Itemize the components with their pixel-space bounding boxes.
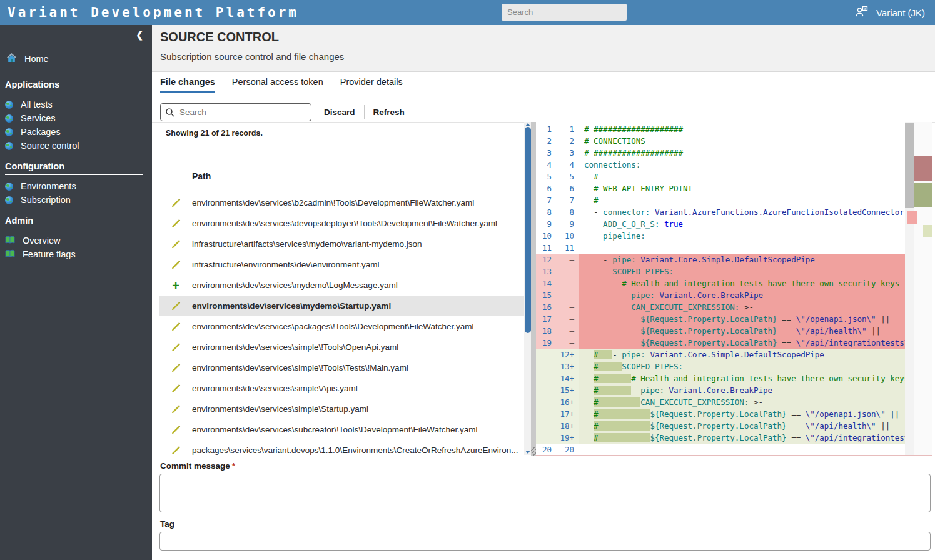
- panel-splitter[interactable]: [531, 122, 536, 456]
- sidebar-item-environments[interactable]: Environments: [0, 179, 152, 193]
- discard-button[interactable]: Discard: [318, 104, 361, 121]
- new-line-number: 12+: [556, 349, 579, 361]
- diff-line: 6 6 # WEB API ENTRY POINT: [536, 182, 914, 194]
- global-search-input[interactable]: [502, 4, 627, 21]
- tag-input[interactable]: [159, 532, 931, 551]
- commit-message-label: Commit message*: [160, 461, 235, 471]
- new-line-number: 18+: [556, 420, 579, 432]
- book-icon: [5, 249, 15, 260]
- tab-file-changes[interactable]: File changes: [160, 77, 215, 93]
- file-row[interactable]: environments\dev\services\devopsdeployer…: [159, 213, 524, 234]
- diff-scroll-thumb[interactable]: [905, 123, 914, 208]
- new-line-number: —: [556, 254, 579, 266]
- pencil-icon: [171, 384, 181, 393]
- sidebar-item-feature-flags[interactable]: Feature flags: [0, 248, 152, 261]
- file-row[interactable]: environments\dev\services\simple\Apis.ya…: [159, 378, 524, 399]
- file-row[interactable]: + environments\dev\services\mydemo\LogMe…: [159, 275, 524, 296]
- file-row[interactable]: environments\dev\services\mydemo\Startup…: [159, 296, 524, 316]
- sidebar-item-overview[interactable]: Overview: [0, 234, 152, 248]
- diff-line: 1 1 # ###################: [536, 123, 914, 135]
- diff-line-code: # ###################: [579, 123, 914, 135]
- tab-personal-access-token[interactable]: Personal access token: [232, 77, 323, 93]
- file-row[interactable]: environments\dev\services\subcreator\!To…: [159, 419, 524, 440]
- diff-line-code: # ${Request.Property.LocalPath} == \"/ap…: [579, 432, 914, 444]
- file-path: environments\dev\services\simple\Startup…: [192, 404, 368, 414]
- pencil-icon: [171, 260, 181, 269]
- diff-line: 13 — SCOPED_PIPES:: [536, 266, 914, 278]
- file-path: environments\dev\services\simple\Apis.ya…: [192, 384, 358, 393]
- diff-line: 20 20: [536, 444, 914, 456]
- diff-line-code: # SCOPED_PIPES:: [579, 361, 914, 372]
- scroll-down-arrow-icon[interactable]: [525, 451, 530, 454]
- old-line-number: 11: [536, 242, 556, 254]
- tab-provider-details[interactable]: Provider details: [340, 77, 403, 93]
- home-icon: [6, 52, 17, 64]
- file-list-scroll-thumb[interactable]: [525, 127, 531, 333]
- diff-line: 18+ # ${Request.Property.LocalPath} == \…: [536, 420, 914, 432]
- file-row[interactable]: environments\dev\services\packages\!Tool…: [159, 316, 524, 337]
- resize-grip-icon[interactable]: [531, 447, 536, 456]
- file-path: environments\dev\services\b2cadmin\!Tool…: [192, 198, 474, 208]
- diff-line-code: - pipe: Variant.Core.BreakPipe: [579, 289, 914, 301]
- file-path: environments\dev\services\simple\!Tools\…: [192, 342, 398, 352]
- old-line-number: 16: [536, 301, 556, 313]
- globe-icon: [5, 182, 13, 191]
- refresh-button[interactable]: Refresh: [367, 104, 411, 121]
- diff-line-code: ${Request.Property.LocalPath} == \"/api/…: [579, 325, 914, 337]
- new-line-number: 20: [556, 444, 579, 456]
- user-menu[interactable]: Variant (JK): [855, 0, 925, 25]
- diff-line-code: # CAN_EXECUTE_EXPRESSION: >-: [579, 396, 914, 408]
- old-line-number: 3: [536, 147, 556, 159]
- old-line-number: 4: [536, 159, 556, 171]
- pencil-icon: [171, 425, 181, 434]
- file-search-input[interactable]: [161, 108, 311, 117]
- file-row[interactable]: packages\services\variant.devops\1.1.0\E…: [159, 440, 524, 455]
- book-icon: [5, 249, 15, 258]
- pencil-icon: [171, 363, 181, 372]
- sidebar-sections: Applications All tests Services Packages…: [0, 79, 152, 261]
- sidebar-item-all-tests[interactable]: All tests: [0, 98, 152, 111]
- new-line-number: 16+: [556, 396, 579, 408]
- file-row[interactable]: environments\dev\services\b2cadmin\!Tool…: [159, 192, 524, 213]
- new-line-number: 8: [556, 206, 579, 218]
- sidebar-item-packages[interactable]: Packages: [0, 125, 152, 139]
- pencil-icon: [171, 239, 181, 249]
- sidebar-item-services[interactable]: Services: [0, 111, 152, 125]
- sidebar-item-home[interactable]: Home: [0, 46, 152, 71]
- diff-line: 17+ # ${Request.Property.LocalPath} == \…: [536, 408, 914, 420]
- diff-line-code: # ${Request.Property.LocalPath} == \"/ap…: [579, 420, 914, 432]
- path-column-header: Path: [192, 171, 211, 181]
- new-line-number: 4: [556, 159, 579, 171]
- globe-icon: [5, 128, 13, 136]
- diff-line: 15 — - pipe: Variant.Core.BreakPipe: [536, 289, 914, 301]
- scroll-up-arrow-icon[interactable]: [525, 123, 530, 126]
- old-line-number: [536, 396, 556, 408]
- pencil-icon: [171, 446, 181, 455]
- file-row[interactable]: environments\dev\services\simple\Startup…: [159, 399, 524, 419]
- old-line-number: 14: [536, 278, 556, 289]
- diff-overview-ruler: [914, 122, 932, 456]
- diff-scrollbar[interactable]: [905, 122, 914, 456]
- new-line-number: 1: [556, 123, 579, 135]
- old-line-number: 5: [536, 171, 556, 182]
- file-row[interactable]: environments\dev\services\simple\!Tools\…: [159, 358, 524, 378]
- diff-line: 19+ # ${Request.Property.LocalPath} == \…: [536, 432, 914, 444]
- sidebar-item-source-control[interactable]: Source control: [0, 139, 152, 152]
- diff-line-code: ${Request.Property.LocalPath} == \"/open…: [579, 313, 914, 325]
- new-line-number: 6: [556, 182, 579, 194]
- diff-line: 4 4 connections:: [536, 159, 914, 171]
- sidebar-collapse-icon[interactable]: ❮: [133, 29, 146, 41]
- old-line-number: 20: [536, 444, 556, 456]
- file-path: environments\dev\services\devopsdeployer…: [192, 219, 497, 228]
- file-row[interactable]: environments\dev\services\simple\!Tools\…: [159, 337, 524, 358]
- file-row[interactable]: infrastructure\environments\dev\environm…: [159, 254, 524, 275]
- sidebar-item-label: Services: [21, 113, 56, 123]
- commit-message-input[interactable]: [159, 474, 931, 512]
- file-row[interactable]: infrastructure\artifacts\services\mydemo…: [159, 234, 524, 254]
- diff-line: 3 3 # ###################: [536, 147, 914, 159]
- toolbar-divider: [364, 105, 365, 119]
- new-line-number: 17+: [556, 408, 579, 420]
- user-feedback-icon: [855, 6, 869, 20]
- old-line-number: 12: [536, 254, 556, 266]
- sidebar-item-subscription[interactable]: Subscription: [0, 193, 152, 207]
